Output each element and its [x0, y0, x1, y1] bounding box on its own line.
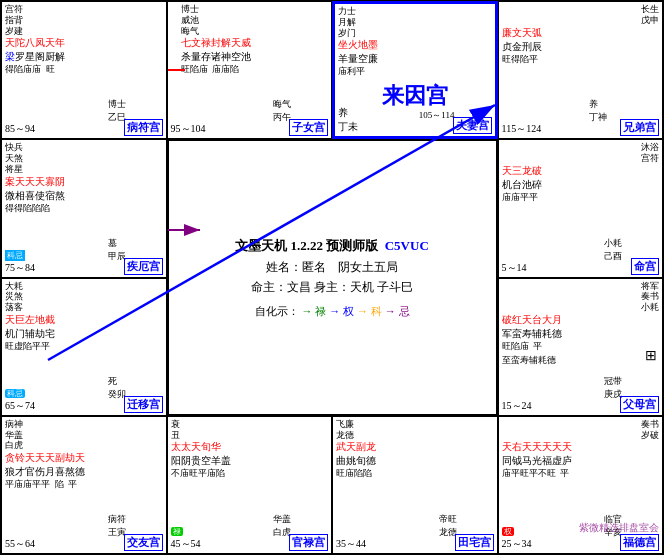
sub-stars-r3c1: 机门辅劫宅 — [5, 327, 163, 341]
cell-r4c2: 衰丑 太太天旬华 阳阴贵空羊盖 不庙旺平庙陷 45～54 华盖白虎 官禄宫 禄 — [167, 416, 333, 554]
modifiers-r2c4: 庙庙平平 — [502, 192, 660, 203]
cell-r3c1: 大耗災煞荡客 天巨左地截 机门辅劫宅 旺虚陷平平 65～74 死癸卯 迁移宫 科… — [1, 278, 167, 416]
palace-r2c1: 疾厄宫 — [124, 258, 163, 275]
sub-stars-r4c3: 曲姚旬德 — [336, 454, 494, 468]
main-stars-r3c4: 破红天台大月 — [502, 313, 660, 327]
sub-stars-r4c2: 阳阴贵空羊盖 — [171, 454, 329, 468]
lu-badge-r4c2: 禄 — [171, 525, 183, 537]
cell-r1c1: 宫符指背岁建 天陀八凤天年 梁罗星阁厨解 得陷庙庙 旺 85～94 博士乙巳 病… — [1, 1, 167, 139]
cell-r1c2: 身宫 博士威池晦气 七文禄封解天威 杀量存诸神空池 旺陷庙 庙庙陷 95～104… — [167, 1, 333, 139]
small-stars-r1c2: 博士威池晦气 — [181, 4, 329, 36]
modifiers-r1c1: 得陷庙庙 旺 — [5, 64, 163, 75]
sub-stars-r1c2: 杀量存诸神空池 — [181, 50, 329, 64]
zihua-label: 自化示： — [255, 304, 299, 319]
palace-r3c4: 父母宫 — [620, 396, 659, 413]
age-r1c1: 85～94 — [5, 122, 35, 136]
sub-stars-r2c4: 机台池碎 — [502, 178, 660, 192]
small-stars-r2c1: 快兵天煞将星 — [5, 142, 163, 174]
zihua-quan: → 权 — [329, 304, 354, 319]
lu-badge-text: 禄 — [171, 527, 183, 536]
main-stars-r4c2: 太太天旬华 — [171, 440, 329, 454]
modifiers-r2c1: 得得陷陷陷 — [5, 203, 163, 214]
sub-stars-r3c4: 军蛮寿辅耗德 — [502, 327, 660, 341]
small-stars-r4c3: 飞廉龙德 — [336, 419, 494, 441]
modifiers-r1c4: 旺得陷平 — [502, 54, 660, 65]
modifiers-r1c2: 旺陷庙 庙庙陷 — [181, 64, 329, 75]
cell-r1c4: 长生戊申 廉文天弧 贞金刑辰 旺得陷平 115～124 养丁神 兄弟宫 — [498, 1, 664, 139]
person-name: 姓名：匿名 阴女土五局 — [266, 259, 398, 276]
ganzhi-label-r1c3: 105～114 — [419, 109, 455, 122]
center-panel: 文墨天机 1.2.22 预测师版 C5VUC 姓名：匿名 阴女土五局 命主：文昌… — [167, 139, 498, 416]
modifiers-r3c4: 旺陷庙 平 — [502, 341, 660, 352]
sub-stars-r4c4: 同钺马光福虚庐 — [502, 454, 660, 468]
main-stars-r2c1: 案天天天寡阴 — [5, 175, 163, 189]
cell-r4c1: 病神华盖白虎 贪铃天天天副劫天 狼才官伤月喜熬德 平庙庙平平 陷 平 55～64… — [1, 416, 167, 554]
cell-r2c4: 沐浴宫符 天三龙破 机台池碎 庙庙平平 5～14 小耗己酉 命宫 — [498, 139, 664, 277]
main-stars-r1c1: 天陀八凤天年 — [5, 36, 163, 50]
palace-r1c2: 子女宫 — [289, 119, 328, 136]
mingzhu-info: 命主：文昌 身主：天机 子斗巳 — [251, 279, 413, 296]
cell-r2c1: 快兵天煞将星 案天天天寡阴 微相喜使宿熬 得得陷陷陷 75～84 墓甲辰 疾厄宫… — [1, 139, 167, 277]
shen-badge: 身宫 — [168, 69, 185, 71]
sub-stars-r1c4: 贞金刑辰 — [502, 40, 660, 54]
palace-r4c1: 交友宫 — [124, 534, 163, 551]
modifiers-r3c1: 旺虚陷平平 — [5, 341, 163, 352]
lai-yin-gong-label: 来因宫 — [338, 81, 492, 111]
zihua-ke: → 科 — [357, 304, 382, 319]
extra-line-r3c4: 至蛮寿辅耗德 — [502, 354, 660, 367]
palace-r1c4: 兄弟宫 — [620, 119, 659, 136]
zihua-ji: → 忌 — [385, 304, 410, 319]
age-r4c4: 25～34 — [502, 537, 532, 551]
sub-stars-r1c1: 梁罗星阁厨解 — [5, 50, 163, 64]
small-stars-r4c4: 奏书岁破 — [502, 419, 660, 441]
palace-r2c4: 命宫 — [631, 258, 659, 275]
main-stars-r4c1: 贪铃天天天副劫天 — [5, 451, 163, 465]
small-stars-r1c4: 长生戊申 — [502, 4, 660, 26]
small-stars-r4c1: 病神华盖白虎 — [5, 419, 163, 451]
main-stars-r2c4: 天三龙破 — [502, 164, 660, 178]
small-stars-r1c1: 宫符指背岁建 — [5, 4, 163, 36]
palace-r1c3: 夫妻宫 — [453, 117, 492, 134]
modifiers-r4c4: 庙平旺平不旺 平 — [502, 468, 660, 479]
modifiers-r1c3: 庙利平 — [338, 66, 492, 77]
sub-stars-r4c1: 狼才官伤月喜熬德 — [5, 465, 163, 479]
main-stars-r1c3: 坐火地墨 — [338, 38, 492, 52]
main-stars-r1c4: 廉文天弧 — [502, 26, 660, 40]
age-r4c2: 45～54 — [171, 537, 201, 551]
age-r1c2: 95～104 — [171, 122, 206, 136]
modifiers-r4c3: 旺庙陷陷 — [336, 468, 494, 479]
palace-r4c2: 官禄宫 — [289, 534, 328, 551]
age-r1c3: 养丁未 — [338, 106, 358, 134]
cell-r1c3: 力士月解岁门 坐火地墨 羊量空廉 庙利平 来因宫 养丁未 105～114 夫妻宫 — [332, 1, 498, 139]
small-stars-r3c1: 大耗災煞荡客 — [5, 281, 163, 313]
ke-badge: 科忌 — [5, 250, 25, 261]
age-r1c4: 115～124 — [502, 122, 542, 136]
cell-r3c4: 将军奏书小耗 破红天台大月 军蛮寿辅耗德 旺陷庙 平 至蛮寿辅耗德 15～24 … — [498, 278, 664, 416]
zihua-row: 自化示： → 禄 → 权 → 科 → 忌 — [255, 304, 410, 319]
ganzhi-label-r2c4: 小耗己酉 — [604, 237, 622, 263]
main-stars-r4c3: 武天副龙 — [336, 440, 494, 454]
modifiers-r4c2: 不庙旺平庙陷 — [171, 468, 329, 479]
palace-r4c4: 福德宫 — [620, 534, 659, 551]
ke-badge-r3c1: 科忌 — [5, 389, 25, 398]
age-r4c3: 35～44 — [336, 537, 366, 551]
sub-stars-r1c3: 羊量空廉 — [338, 52, 492, 66]
software-name: 文墨天机 1.2.22 预测师版 C5VUC — [235, 237, 429, 255]
quan-badge-text: 权 — [502, 527, 514, 536]
cell-r4c3: 飞廉龙德 武天副龙 曲姚旬德 旺庙陷陷 35～44 帝旺龙德 田宅宫 — [332, 416, 498, 554]
palace-r3c1: 迁移宫 — [124, 396, 163, 413]
palace-r1c1: 病符宫 — [124, 119, 163, 136]
ganzhi-label-r1c4: 养丁神 — [589, 98, 607, 124]
age-r4c1: 55～64 — [5, 537, 35, 551]
small-stars-r2c4: 沐浴宫符 — [502, 142, 660, 164]
palace-r4c3: 田宅宫 — [455, 534, 494, 551]
main-stars-r1c2: 七文禄封解天威 — [181, 36, 329, 50]
sub-stars-r2c1: 微相喜使宿熬 — [5, 189, 163, 203]
quan-badge-r4c4: 权 — [502, 525, 514, 537]
age-r3c4: 15～24 — [502, 399, 532, 413]
small-stars-r3c4: 将军奏书小耗 — [502, 281, 660, 313]
main-stars-r4c4: 天右天天天天天 — [502, 440, 660, 454]
age-r3c1: 65～74 — [5, 399, 35, 413]
sci-taboo-r2c1: 科忌 — [5, 250, 25, 261]
watermark: 紫微精选排盘室会 — [579, 521, 659, 535]
